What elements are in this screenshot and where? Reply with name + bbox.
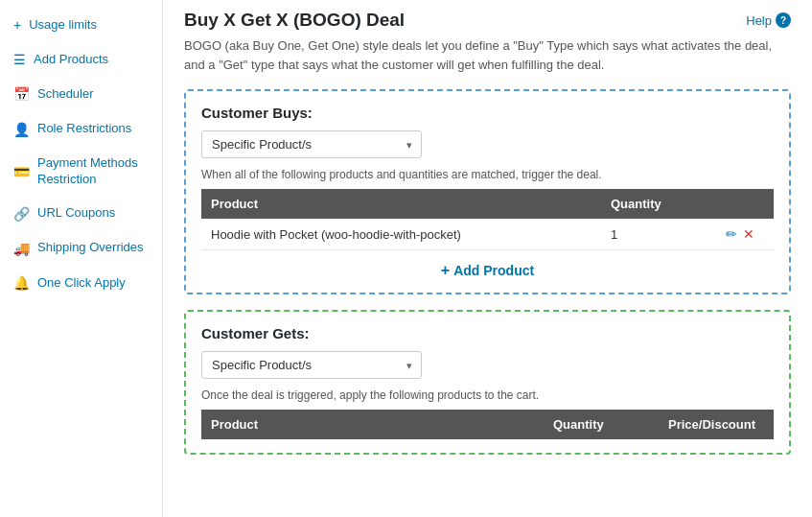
sidebar-label-shipping-overrides: Shipping Overrides [37, 240, 144, 256]
quantity-cell: 1 [601, 219, 716, 250]
buys-trigger-text: When all of the following products and q… [201, 168, 774, 181]
page-description: BOGO (aka Buy One, Get One) style deals … [184, 36, 791, 74]
edit-row-icon[interactable]: ✏ [726, 226, 737, 242]
user-icon: 👤 [13, 121, 30, 138]
customer-gets-section: Customer Gets: Specific Product/s Specif… [184, 310, 791, 455]
list-icon: ☰ [13, 51, 26, 68]
quantity-column-header: Quantity [601, 189, 716, 219]
sidebar-label-payment-methods-restriction: Payment Methods Restriction [37, 155, 151, 188]
page-header: Buy X Get X (BOGO) Deal Help ? [184, 10, 791, 31]
sidebar-item-shipping-overrides[interactable]: 🚚 Shipping Overrides [0, 231, 162, 266]
customer-gets-select-wrapper: Specific Product/s Specific Category Any… [201, 351, 422, 379]
sidebar-item-payment-methods-restriction[interactable]: 💳 Payment Methods Restriction [0, 147, 162, 197]
product-cell: Hoodie with Pocket (woo-hoodie-with-pock… [201, 219, 601, 250]
buys-table-header: Product Quantity [201, 189, 774, 219]
sidebar-label-url-coupons: URL Coupons [37, 205, 115, 222]
add-product-label: Add Product [453, 263, 534, 278]
sidebar-item-add-products[interactable]: ☰ Add Products [0, 42, 162, 77]
table-row: Hoodie with Pocket (woo-hoodie-with-pock… [201, 219, 774, 250]
gets-product-table: Product Quantity Price/Discount [201, 410, 774, 439]
sidebar-label-scheduler: Scheduler [37, 86, 94, 103]
sidebar-item-role-restrictions[interactable]: 👤 Role Restrictions [0, 112, 162, 147]
sidebar-label-usage-limits: Usage limits [29, 17, 97, 34]
add-product-button[interactable]: + Add Product [441, 262, 534, 279]
customer-buys-section: Customer Buys: Specific Product/s Specif… [184, 89, 791, 294]
customer-buys-title: Customer Buys: [201, 105, 774, 121]
sidebar-item-one-click-apply[interactable]: 🔔 One Click Apply [0, 266, 162, 300]
main-content: Buy X Get X (BOGO) Deal Help ? BOGO (aka… [163, 0, 812, 517]
customer-gets-select[interactable]: Specific Product/s Specific Category Any… [201, 351, 422, 379]
page-title: Buy X Get X (BOGO) Deal [184, 10, 405, 31]
gets-price-column-header: Price/Discount [659, 410, 774, 439]
buys-product-table: Product Quantity Hoodie with Pocket (woo… [201, 189, 774, 250]
buys-table-body: Hoodie with Pocket (woo-hoodie-with-pock… [201, 219, 774, 250]
gets-trigger-text: Once the deal is triggered, apply the fo… [201, 388, 774, 402]
sidebar-item-scheduler[interactable]: 📅 Scheduler [0, 77, 162, 111]
link-icon: 🔗 [13, 205, 30, 223]
product-column-header: Product [201, 189, 601, 219]
calendar-icon: 📅 [13, 85, 30, 103]
help-link[interactable]: Help ? [746, 12, 791, 28]
actions-column-header [716, 189, 774, 219]
help-circle-icon: ? [776, 12, 791, 28]
creditcard-icon: 💳 [13, 163, 30, 180]
gets-quantity-column-header: Quantity [544, 410, 659, 439]
gets-product-column-header: Product [201, 410, 544, 439]
customer-buys-select-wrapper: Specific Product/s Specific Category Any… [201, 130, 422, 158]
sidebar-label-one-click-apply: One Click Apply [37, 275, 126, 292]
sidebar-label-add-products: Add Products [34, 52, 108, 68]
sidebar-item-usage-limits[interactable]: + Usage limits [0, 8, 162, 42]
sidebar-label-role-restrictions: Role Restrictions [37, 121, 131, 137]
bell-icon: 🔔 [13, 274, 30, 292]
add-product-row: + Add Product [201, 262, 774, 279]
help-text: Help [746, 13, 772, 28]
truck-icon: 🚚 [13, 240, 30, 257]
plus-icon: + [13, 16, 21, 34]
actions-cell: ✏ ✕ [716, 219, 774, 250]
sidebar-item-url-coupons[interactable]: 🔗 URL Coupons [0, 197, 162, 231]
customer-gets-title: Customer Gets: [201, 325, 774, 341]
customer-buys-select[interactable]: Specific Product/s Specific Category Any… [201, 130, 422, 158]
plus-icon: + [441, 262, 450, 279]
gets-table-header: Product Quantity Price/Discount [201, 410, 774, 439]
row-actions: ✏ ✕ [726, 226, 764, 242]
sidebar: + Usage limits ☰ Add Products 📅 Schedule… [0, 0, 163, 517]
delete-row-icon[interactable]: ✕ [743, 226, 754, 242]
